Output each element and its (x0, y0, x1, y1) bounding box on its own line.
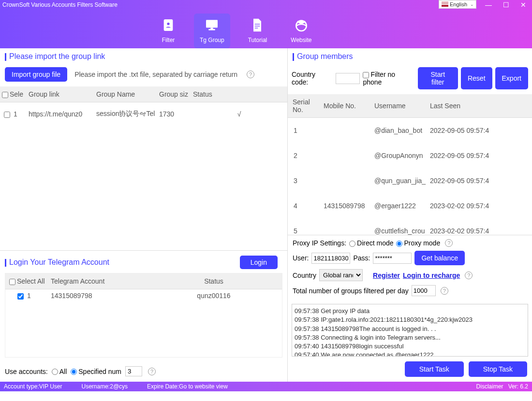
close-button[interactable]: ✕ (515, 0, 532, 10)
user-label: User: (293, 254, 309, 262)
row-checkbox[interactable] (4, 112, 10, 118)
select-all-accounts-checkbox[interactable] (9, 279, 15, 285)
flag-icon (442, 2, 448, 7)
window-controls: — ☐ ✕ (480, 0, 532, 10)
help-icon[interactable]: ? (441, 287, 448, 295)
import-group-file-button[interactable]: Import group file (5, 67, 67, 82)
log-line: 09:57:38 Get proxy IP data (295, 307, 525, 315)
login-button[interactable]: Login (240, 256, 278, 269)
radio-proxy-mode[interactable]: Proxy mode (396, 239, 440, 247)
svg-point-1 (167, 23, 169, 25)
log-line: 09:57:38 Connecting & login into Telegra… (295, 333, 525, 342)
reset-button[interactable]: Reset (461, 67, 492, 89)
recharge-link[interactable]: Login to recharge (403, 272, 460, 279)
nav-filter[interactable]: Filter (155, 14, 182, 48)
import-hint: Please import the .txt file, separated b… (74, 71, 237, 78)
register-link[interactable]: Register (373, 272, 400, 279)
log-line: 09:57:38 14315089798The account is logge… (295, 325, 525, 333)
import-section-header: Please import the group link (0, 48, 287, 65)
navbar: Filter Tg Group Tutorial Website (0, 10, 532, 48)
help-icon[interactable]: ? (247, 71, 254, 78)
country-label: Country (293, 272, 316, 279)
start-filter-button[interactable]: Start filter (418, 67, 458, 89)
radio-direct-mode[interactable]: Direct mode (349, 239, 393, 247)
pass-label: Pass: (353, 254, 370, 262)
login-table: Select All Telegram Account Status 1 143… (5, 273, 282, 302)
svg-rect-5 (255, 24, 260, 24)
table-row[interactable]: 414315089798@ergaer12222023-02-02 09:57:… (288, 193, 532, 218)
log-area: 09:57:38 Get proxy IP data09:57:38 IP:ga… (292, 304, 528, 357)
country-select[interactable]: Global randc (319, 269, 363, 281)
titlebar: CrownSoft Various Accounts Filters Softw… (0, 0, 532, 10)
status-version: Ver: 6.2 (508, 383, 528, 390)
proxy-pass-input[interactable] (373, 253, 412, 264)
proxy-user-input[interactable] (311, 253, 350, 264)
status-expire: Expire Date:Go to website view (147, 383, 228, 390)
monitor-icon (204, 17, 220, 33)
table-row[interactable]: 1 14315089798 qunz00116 (5, 289, 282, 302)
table-row[interactable]: 1@dian_bao_bot2022-09-05 09:57:4 (288, 118, 532, 143)
status-disclaimer[interactable]: Disclaimer (476, 383, 503, 390)
start-task-button[interactable]: Start Task (405, 361, 464, 377)
status-username: Username:2@cys (82, 383, 128, 390)
maximize-button[interactable]: ☐ (497, 0, 515, 10)
log-line: 09:57:40 We are now connected as @ergaer… (295, 351, 525, 357)
statusbar: Account type:VIP User Username:2@cys Exp… (0, 382, 532, 391)
minimize-button[interactable]: — (480, 0, 497, 10)
table-row[interactable]: 3@qun_guan_jia_2022-09-05 09:57:4 (288, 168, 532, 193)
log-line: 09:57:40 14315089798login successful (295, 342, 525, 351)
table-row[interactable]: 5@cuttlefish_crou2023-02-02 09:57:4 (288, 218, 532, 235)
members-table: Serial No. Mobile No. Username Last Seen… (288, 94, 532, 235)
total-groups-label: Total number of groups filtered per day (293, 287, 409, 295)
log-line: 09:57:38 IP:gate1.rola.info:2021:1821118… (295, 315, 525, 324)
language-selector[interactable]: English ⌄ (439, 0, 476, 9)
svg-rect-2 (206, 20, 218, 28)
svg-rect-7 (255, 28, 258, 28)
group-table: Sele Group link Group Name Group siz Sta… (0, 86, 287, 126)
select-all-groups-checkbox[interactable] (2, 92, 8, 98)
specified-num-input[interactable] (125, 366, 142, 376)
status-account-type: Account type:VIP User (4, 383, 62, 390)
help-icon[interactable]: ? (148, 368, 156, 375)
use-accounts-label: Use accounts: (5, 368, 48, 375)
help-icon[interactable]: ? (465, 272, 473, 279)
row-checkbox[interactable] (17, 293, 24, 300)
globe-icon (294, 17, 309, 33)
login-section-header: Login Your Telegram Account (5, 258, 109, 267)
country-code-label: Country code: (292, 71, 333, 86)
svg-rect-3 (211, 28, 213, 29)
table-row[interactable]: 1 https://t.me/qunz0session协议号🛩Tel1730√ (0, 102, 287, 126)
nav-tg-group[interactable]: Tg Group (194, 14, 230, 48)
country-code-input[interactable] (336, 73, 360, 84)
chevron-down-icon: ⌄ (470, 2, 474, 7)
svg-rect-6 (255, 26, 260, 26)
contacts-icon (161, 17, 176, 33)
svg-rect-4 (209, 29, 215, 30)
document-icon (250, 17, 265, 33)
app-title: CrownSoft Various Accounts Filters Softw… (2, 1, 118, 8)
filter-no-phone-checkbox[interactable]: Filter no phone (363, 71, 414, 86)
members-section-header: Group members (288, 48, 532, 65)
table-row[interactable]: 2@GroupAnonyn2022-09-05 09:57:4 (288, 143, 532, 168)
nav-tutorial[interactable]: Tutorial (242, 14, 273, 48)
radio-specified[interactable]: Specified num (71, 368, 121, 375)
total-groups-input[interactable] (412, 285, 436, 296)
stop-task-button[interactable]: Stop Task (469, 361, 527, 377)
help-icon[interactable]: ? (445, 239, 453, 247)
export-button[interactable]: Export (495, 67, 528, 89)
proxy-settings-label: Proxy IP Settings: (293, 239, 346, 247)
radio-all[interactable]: All (52, 368, 67, 375)
get-balance-button[interactable]: Get balance (414, 251, 465, 265)
nav-website[interactable]: Website (285, 14, 317, 48)
